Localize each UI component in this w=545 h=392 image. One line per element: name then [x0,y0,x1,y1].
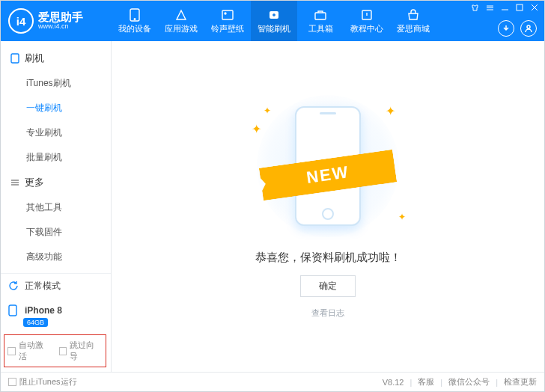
tab-help[interactable]: 教程中心 [344,1,390,41]
brand-name: 爱思助手 [38,11,83,24]
app-window: i4 爱思助手 www.i4.cn 我的设备 应用游戏 铃声壁纸 智能刷机 [0,0,545,392]
header: i4 爱思助手 www.i4.cn 我的设备 应用游戏 铃声壁纸 智能刷机 [1,1,544,41]
download-icon[interactable] [498,20,514,37]
confirm-button[interactable]: 确定 [300,275,356,297]
tab-label: 爱思商城 [397,23,430,34]
checkbox-icon [59,347,67,355]
skin-icon[interactable] [469,2,480,13]
star-icon: ✦ [398,212,406,222]
sidebar-item-itunes-flash[interactable]: iTunes刷机 [1,71,111,96]
star-icon: ✦ [386,104,395,118]
svg-point-1 [134,18,136,19]
checkbox-label: 跳过向导 [70,340,103,362]
sidebar-item-pro-flash[interactable]: 专业刷机 [1,120,111,145]
tab-device[interactable]: 我的设备 [112,1,158,41]
sidebar-item-advanced[interactable]: 高级功能 [1,245,111,269]
svg-rect-9 [11,54,19,63]
highlight-box: 自动激活 跳过向导 [4,334,106,367]
wechat-link[interactable]: 微信公众号 [448,376,490,388]
svg-rect-10 [9,305,16,316]
skip-guide-checkbox[interactable]: 跳过向导 [59,340,103,362]
window-controls [469,2,540,13]
svg-rect-7 [517,4,523,10]
mode-label: 正常模式 [25,280,61,293]
ring-icon [220,8,235,22]
tab-label: 应用游戏 [165,23,198,34]
sidebar: 刷机 iTunes刷机 一键刷机 专业刷机 批量刷机 更多 其他工具 下载固件 … [1,41,112,372]
tab-ring[interactable]: 铃声壁纸 [204,1,251,41]
header-actions [498,20,537,37]
brand-url: www.i4.cn [38,23,83,31]
more-icon [10,177,20,188]
checkbox-icon [8,378,16,386]
update-link[interactable]: 检查更新 [504,376,537,388]
phone-icon [10,53,20,64]
help-icon [359,8,374,22]
svg-rect-2 [222,10,233,19]
tab-label: 工具箱 [308,23,333,34]
footer-right: V8.12 | 客服 | 微信公众号 | 检查更新 [383,376,537,388]
footer: 阻止iTunes运行 V8.12 | 客服 | 微信公众号 | 检查更新 [1,372,544,391]
svg-point-8 [527,25,530,28]
device-icon [127,8,142,22]
user-icon[interactable] [520,20,537,37]
svg-point-3 [225,13,226,14]
refresh-icon [8,281,20,293]
star-icon: ✦ [264,105,271,116]
sidebar-item-other-tools[interactable]: 其他工具 [1,195,111,220]
header-tabs: 我的设备 应用游戏 铃声壁纸 智能刷机 工具箱 教程中心 [112,1,436,41]
sidebar-cat-more: 更多 [1,170,111,195]
success-illustration: ✦ ✦ ✦ ✦ NEW [246,95,410,237]
tab-label: 铃声壁纸 [211,23,244,34]
body: 刷机 iTunes刷机 一键刷机 专业刷机 批量刷机 更多 其他工具 下载固件 … [1,41,544,372]
auto-activate-checkbox[interactable]: 自动激活 [7,340,52,362]
tab-flash[interactable]: 智能刷机 [251,1,297,41]
sidebar-item-batch-flash[interactable]: 批量刷机 [1,145,111,170]
checkbox-label: 阻止iTunes运行 [19,376,77,388]
device-name: iPhone 8 [25,305,62,316]
flash-icon [267,8,281,22]
storage-badge: 64GB [23,318,48,327]
tab-label: 我的设备 [118,23,151,34]
tools-icon [313,8,328,22]
menu-icon[interactable] [484,2,495,13]
logo-text: 爱思助手 www.i4.cn [38,11,83,31]
kefu-link[interactable]: 客服 [418,376,434,388]
version-label: V8.12 [383,378,404,387]
minimize-icon[interactable] [499,2,510,13]
content: ✦ ✦ ✦ ✦ NEW 恭喜您，保资料刷机成功啦！ 确定 查看日志 [112,41,544,372]
close-icon[interactable] [529,2,540,13]
sidebar-main: 刷机 iTunes刷机 一键刷机 专业刷机 批量刷机 更多 其他工具 下载固件 … [1,41,111,273]
sidebar-bottom: 正常模式 iPhone 8 64GB 自动激活 跳过向导 [1,273,111,372]
apps-icon [174,8,189,22]
mall-icon [406,8,421,22]
tab-tools[interactable]: 工具箱 [297,1,344,41]
star-icon: ✦ [252,122,261,136]
tab-label: 教程中心 [350,23,383,34]
separator: | [409,378,412,387]
mode-row[interactable]: 正常模式 [1,274,111,298]
maximize-icon[interactable] [514,2,525,13]
view-log-link[interactable]: 查看日志 [311,307,344,319]
block-itunes-checkbox[interactable]: 阻止iTunes运行 [8,376,77,388]
tab-label: 智能刷机 [258,23,290,34]
success-message: 恭喜您，保资料刷机成功啦！ [255,251,401,265]
tab-mall[interactable]: 爱思商城 [390,1,436,41]
separator: | [496,378,498,387]
phone-small-icon [8,304,20,316]
checkbox-icon [7,347,16,355]
device-row[interactable]: iPhone 8 64GB [1,298,111,333]
sidebar-item-download-fw[interactable]: 下载固件 [1,220,111,245]
sidebar-cat-title: 更多 [25,176,44,189]
svg-rect-5 [315,13,326,19]
logo: i4 爱思助手 www.i4.cn [1,8,112,34]
separator: | [440,378,442,387]
sidebar-cat-title: 刷机 [25,52,44,65]
checkbox-label: 自动激活 [19,340,52,362]
logo-icon: i4 [8,8,34,34]
sidebar-cat-flash: 刷机 [1,46,111,71]
sidebar-item-onekey-flash[interactable]: 一键刷机 [1,96,111,120]
tab-apps[interactable]: 应用游戏 [158,1,204,41]
